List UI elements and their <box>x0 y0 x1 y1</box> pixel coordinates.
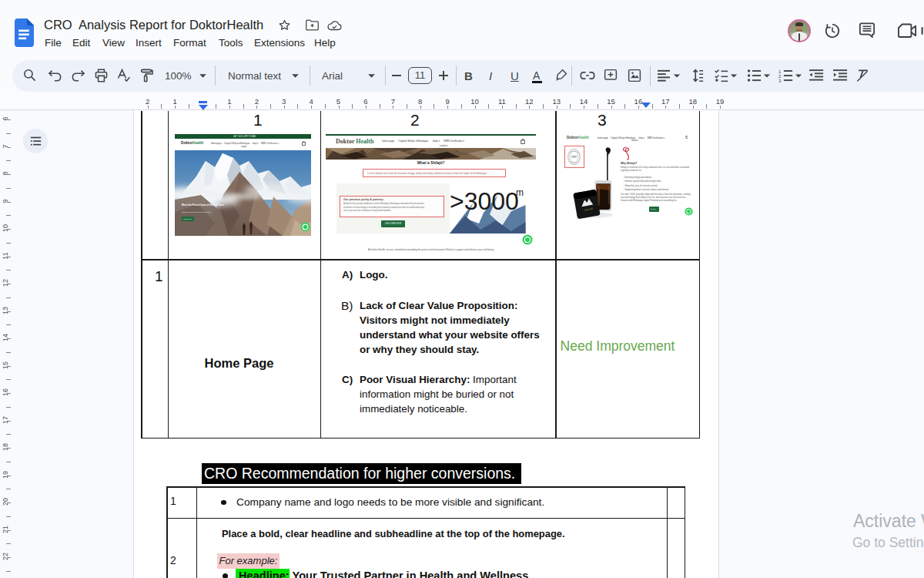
svg-text:Natural energy sourced with pu: Natural energy sourced with purity <box>182 211 212 213</box>
svg-text:Shop now: Shop now <box>183 218 192 220</box>
svg-text:>3000: >3000 <box>450 187 519 215</box>
svg-text:2: 2 <box>778 74 782 79</box>
svg-text:3: 3 <box>778 79 782 82</box>
svg-text:m: m <box>516 187 524 198</box>
svg-text:1: 1 <box>778 69 782 74</box>
svg-text:Meet the Purest form of Shilaj: Meet the Purest form of Shilajit here <box>182 203 224 206</box>
